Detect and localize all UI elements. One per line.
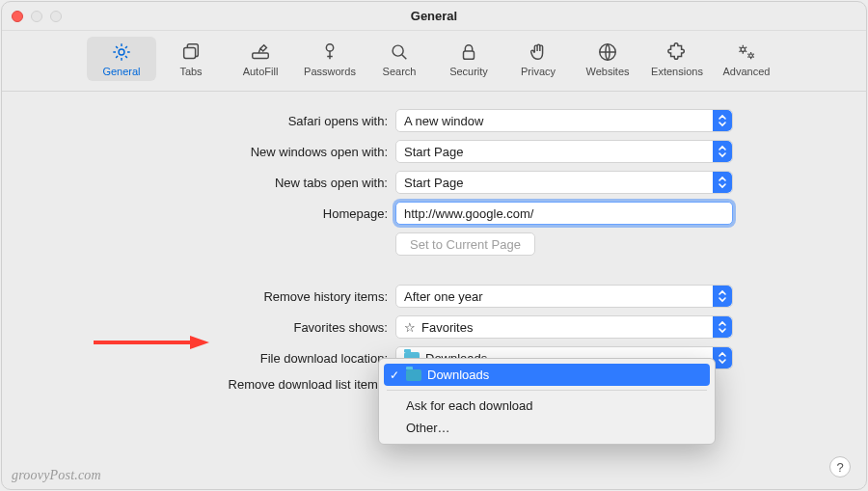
toolbar-tab-passwords[interactable]: Passwords: [295, 37, 365, 81]
menu-item-label: Other…: [406, 421, 450, 435]
input-homepage[interactable]: http://www.google.com/: [395, 202, 733, 225]
label-new-tabs: New tabs open with:: [21, 176, 388, 190]
annotation-arrow-icon: [94, 336, 209, 349]
label-remove-download-list: Remove download list items:: [21, 377, 388, 392]
toolbar-label: Websites: [585, 66, 629, 77]
toolbar-label: AutoFill: [243, 66, 279, 77]
toolbar-tab-security[interactable]: Security: [434, 37, 503, 81]
hand-icon: [527, 41, 550, 64]
select-value: Start Page: [404, 176, 463, 190]
folder-icon: [406, 369, 421, 381]
toolbar-label: Passwords: [304, 66, 356, 77]
select-value: After one year: [404, 289, 483, 304]
input-value: http://www.google.com/: [404, 206, 533, 221]
preferences-toolbar: General Tabs AutoFill Passwords Search: [2, 31, 866, 92]
close-window-button[interactable]: [12, 11, 23, 22]
download-location-menu: ✓ Downloads Ask for each download Other…: [378, 358, 716, 445]
chevron-up-down-icon: [717, 113, 728, 128]
svg-rect-2: [253, 53, 269, 58]
titlebar: General: [2, 2, 866, 31]
star-icon: ☆: [404, 320, 416, 335]
toolbar-label: Tabs: [179, 66, 202, 77]
menu-item-downloads[interactable]: ✓ Downloads: [384, 364, 710, 386]
label-homepage: Homepage:: [21, 206, 388, 221]
gear-icon: [110, 41, 133, 64]
svg-rect-5: [464, 51, 475, 59]
svg-marker-10: [190, 336, 209, 349]
select-value: A new window: [404, 114, 483, 128]
toolbar-label: Privacy: [521, 66, 556, 77]
svg-point-0: [119, 49, 124, 55]
pencil-icon: [249, 41, 272, 64]
chevron-up-down-icon: [717, 144, 728, 159]
toolbar-tab-search[interactable]: Search: [365, 37, 434, 81]
svg-point-7: [741, 47, 745, 51]
toolbar-tab-websites[interactable]: Websites: [573, 37, 642, 81]
checkmark-icon: ✓: [390, 368, 399, 382]
toolbar-label: General: [102, 66, 140, 77]
toolbar-label: Security: [449, 66, 488, 77]
set-to-current-page-button[interactable]: Set to Current Page: [395, 232, 535, 256]
label-favorites: Favorites shows:: [21, 320, 388, 335]
svg-point-3: [326, 44, 333, 51]
key-icon: [318, 41, 341, 64]
traffic-lights: [12, 2, 62, 30]
select-favorites[interactable]: ☆ Favorites: [395, 315, 733, 339]
menu-item-label: Ask for each download: [406, 398, 533, 413]
label-download-location: File download location:: [21, 351, 388, 366]
svg-rect-1: [184, 47, 196, 58]
toolbar-tab-general[interactable]: General: [87, 37, 156, 81]
select-value: Start Page: [404, 145, 463, 159]
menu-item-ask[interactable]: Ask for each download: [379, 395, 715, 417]
lock-icon: [457, 41, 480, 64]
preferences-content: Safari opens with: A new window New wind…: [2, 92, 866, 489]
help-button[interactable]: ?: [829, 456, 851, 477]
toolbar-label: Search: [383, 66, 417, 77]
menu-separator: [387, 390, 707, 391]
toolbar-tab-tabs[interactable]: Tabs: [156, 37, 226, 81]
select-remove-history[interactable]: After one year: [395, 285, 733, 308]
menu-item-label: Downloads: [427, 368, 489, 382]
toolbar-tab-autofill[interactable]: AutoFill: [226, 37, 295, 81]
toolbar-tab-extensions[interactable]: Extensions: [642, 37, 712, 81]
search-icon: [388, 41, 411, 64]
globe-icon: [596, 41, 619, 64]
label-opens-with: Safari opens with:: [21, 114, 388, 128]
toolbar-label: Extensions: [651, 66, 703, 77]
chevron-up-down-icon: [717, 350, 728, 366]
menu-item-other[interactable]: Other…: [379, 417, 715, 439]
select-new-tabs[interactable]: Start Page: [395, 171, 733, 194]
select-new-windows[interactable]: Start Page: [395, 140, 733, 163]
toolbar-label: Advanced: [723, 66, 771, 77]
zoom-window-button[interactable]: [50, 11, 62, 22]
label-new-windows: New windows open with:: [21, 145, 388, 159]
puzzle-icon: [665, 41, 689, 64]
window-title: General: [411, 9, 457, 23]
preferences-window: General General Tabs AutoFill Passwords: [1, 1, 867, 490]
select-opens-with[interactable]: A new window: [395, 109, 733, 132]
chevron-up-down-icon: [717, 288, 728, 304]
gears-icon: [735, 41, 758, 64]
svg-point-4: [393, 45, 403, 56]
label-remove-history: Remove history items:: [21, 289, 388, 304]
chevron-up-down-icon: [717, 175, 728, 190]
watermark: groovyPost.com: [12, 468, 101, 483]
svg-point-8: [749, 54, 753, 58]
minimize-window-button[interactable]: [31, 11, 42, 22]
select-value: Favorites: [421, 320, 473, 335]
toolbar-tab-advanced[interactable]: Advanced: [712, 37, 781, 81]
toolbar-tab-privacy[interactable]: Privacy: [503, 37, 573, 81]
tabs-icon: [179, 41, 203, 64]
chevron-up-down-icon: [717, 319, 728, 335]
